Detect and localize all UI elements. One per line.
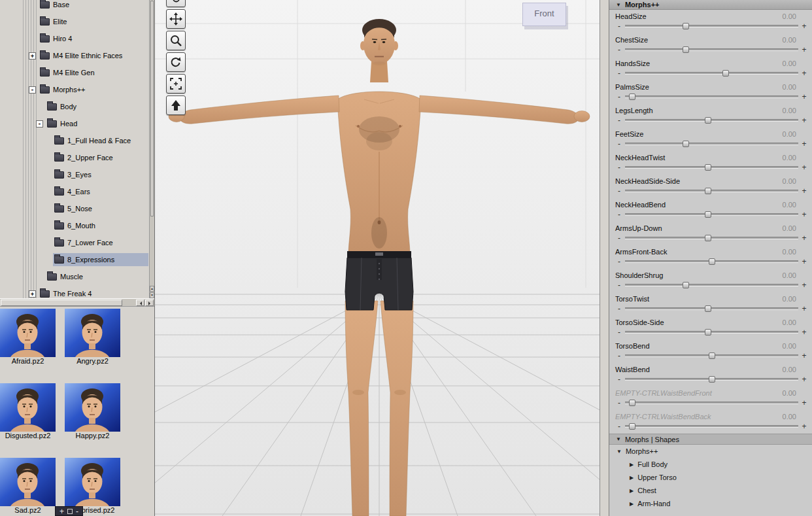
hand-tool-button[interactable]: [166, 0, 186, 7]
slider-track[interactable]: [625, 48, 798, 51]
slider-track[interactable]: [625, 190, 798, 192]
slider-thumb[interactable]: [709, 258, 715, 265]
tree-item-content[interactable]: Body: [46, 100, 148, 113]
decrement-button[interactable]: -: [615, 140, 623, 148]
zoom-tool-button[interactable]: [166, 31, 186, 50]
decrement-button[interactable]: -: [615, 187, 623, 195]
tree-item-content[interactable]: Base: [39, 0, 148, 11]
tree-item[interactable]: Base: [0, 0, 154, 13]
expression-thumbnail-image[interactable]: [0, 309, 56, 357]
pose-thumbnail[interactable]: Afraid.pz2: [0, 309, 56, 366]
tree-item[interactable]: 4_Ears: [0, 183, 154, 200]
parameter-value[interactable]: 0.00: [783, 248, 796, 256]
morph-group-item[interactable]: ▶ Arm-Hand: [609, 497, 812, 510]
slider-thumb[interactable]: [705, 188, 711, 194]
tree-item[interactable]: 2_Upper Face: [0, 149, 154, 166]
slider-track[interactable]: [625, 166, 798, 169]
slider-track[interactable]: [625, 72, 798, 75]
increment-button[interactable]: +: [800, 22, 808, 30]
slider-thumb[interactable]: [683, 141, 689, 147]
increment-button[interactable]: +: [800, 187, 808, 195]
parameter-value[interactable]: 0.00: [783, 177, 796, 185]
scroll-right-button[interactable]: [145, 300, 154, 306]
folder-box-icon[interactable]: [67, 509, 73, 514]
slider-thumb[interactable]: [683, 46, 689, 53]
rotate-tool-button[interactable]: [166, 52, 186, 72]
add-button[interactable]: +: [59, 507, 64, 515]
decrement-button[interactable]: -: [615, 93, 623, 101]
slider-track[interactable]: [625, 402, 798, 404]
morph-group-item[interactable]: ▶ Chest: [609, 484, 812, 497]
slider-track[interactable]: [625, 354, 798, 357]
decrement-button[interactable]: -: [615, 163, 623, 171]
tree-vertical-scrollbar[interactable]: ▲ ▼: [149, 0, 154, 298]
tree-item-content[interactable]: 2_Upper Face: [53, 151, 148, 164]
increment-button[interactable]: +: [800, 140, 808, 148]
increment-button[interactable]: +: [800, 328, 808, 336]
tree-item-content[interactable]: M4 Elite Ethnic Faces: [39, 49, 148, 62]
panel-splitter[interactable]: [600, 0, 609, 516]
slider-track[interactable]: [625, 284, 798, 286]
slider-thumb[interactable]: [705, 235, 711, 241]
tree-expander-icon[interactable]: -: [29, 86, 36, 94]
male-figure-model[interactable]: [155, 0, 600, 516]
increment-button[interactable]: +: [800, 69, 808, 77]
slider-track[interactable]: [625, 95, 798, 98]
slider-track[interactable]: [625, 119, 798, 122]
slider-track[interactable]: [625, 237, 798, 239]
expression-thumbnail-image[interactable]: [65, 383, 120, 432]
parameter-value[interactable]: 0.00: [783, 130, 796, 138]
frame-selection-button[interactable]: [166, 74, 186, 94]
decrement-button[interactable]: -: [615, 399, 623, 407]
tree-item-content[interactable]: 4_Ears: [53, 185, 148, 198]
tree-expander-icon[interactable]: +: [29, 290, 36, 298]
decrement-button[interactable]: -: [615, 69, 623, 77]
tree-item[interactable]: + M4 Elite Ethnic Faces: [0, 47, 154, 64]
slider-thumb[interactable]: [629, 423, 635, 430]
slider-thumb[interactable]: [705, 117, 711, 124]
expression-thumbnail-image[interactable]: [0, 458, 56, 506]
tree-item-content[interactable]: 8_Expressions: [53, 253, 148, 266]
tree-item-content[interactable]: 7_Lower Face: [53, 236, 148, 249]
decrement-button[interactable]: -: [615, 22, 623, 30]
pose-thumbnail[interactable]: Angry.pz2: [65, 309, 120, 366]
increment-button[interactable]: +: [800, 258, 808, 266]
tree-item-content[interactable]: Morphs++: [39, 83, 148, 96]
pose-thumbnail[interactable]: Happy.pz2: [65, 383, 120, 440]
increment-button[interactable]: +: [800, 281, 808, 289]
expression-thumbnail-image[interactable]: [65, 309, 120, 357]
decrement-button[interactable]: -: [615, 116, 623, 124]
increment-button[interactable]: +: [800, 399, 808, 407]
morph-group-item[interactable]: ▶ Full Body: [609, 458, 812, 471]
tree-item-content[interactable]: M4 Elite Gen: [39, 66, 148, 79]
parameter-value[interactable]: 0.00: [783, 83, 796, 91]
tree-item-content[interactable]: Hiro 4: [39, 32, 148, 45]
increment-button[interactable]: +: [800, 375, 808, 383]
tree-item-content[interactable]: Head: [46, 117, 148, 130]
tree-item-content[interactable]: 5_Nose: [53, 202, 148, 215]
expression-thumbnail-image[interactable]: [0, 383, 56, 432]
tree-item[interactable]: 8_Expressions: [0, 251, 154, 268]
slider-thumb[interactable]: [705, 305, 711, 312]
slider-thumb[interactable]: [709, 353, 715, 359]
tree-item-content[interactable]: 3_Eyes: [53, 168, 148, 181]
params-group-header[interactable]: ▼ Morphs++: [609, 0, 812, 10]
morphs-shapes-section-header[interactable]: ▼ Morphs | Shapes: [609, 434, 812, 445]
increment-button[interactable]: +: [800, 422, 808, 430]
tree-item-content[interactable]: Muscle: [46, 270, 148, 283]
scrollbar-thumb[interactable]: [150, 1, 154, 216]
parameter-value[interactable]: 0.00: [783, 12, 796, 20]
increment-button[interactable]: +: [800, 305, 808, 313]
tree-expander-icon[interactable]: +: [29, 52, 36, 60]
tree-horizontal-scrollbar[interactable]: [0, 298, 154, 307]
parameter-value[interactable]: 0.00: [783, 295, 796, 303]
slider-thumb[interactable]: [629, 400, 635, 406]
tree-item[interactable]: Muscle: [0, 268, 154, 285]
decrement-button[interactable]: -: [615, 234, 623, 242]
3d-viewport[interactable]: Front: [155, 0, 600, 516]
parameter-value[interactable]: 0.00: [783, 342, 796, 350]
parameter-value[interactable]: 0.00: [783, 201, 796, 209]
tree-item[interactable]: Body: [0, 98, 154, 115]
scroll-left-button[interactable]: [136, 300, 144, 306]
tree-expander-icon[interactable]: -: [36, 120, 43, 128]
